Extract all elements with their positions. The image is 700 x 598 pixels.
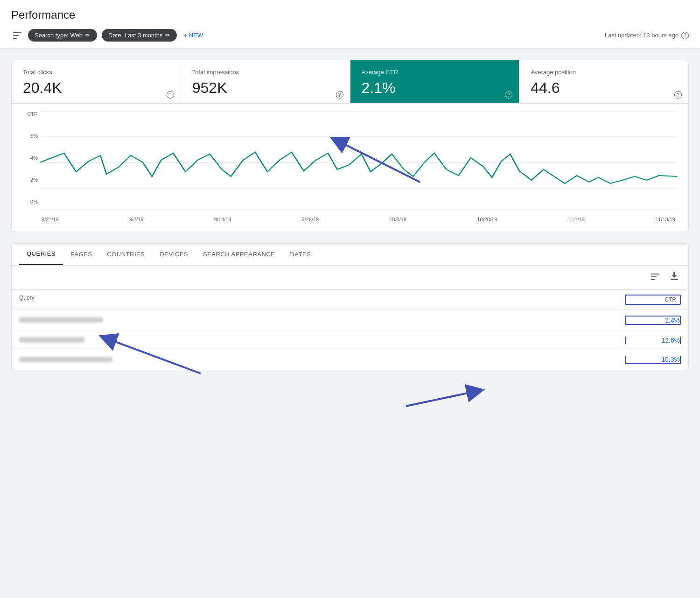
edit-search-type-icon: ✏ xyxy=(85,32,91,39)
row-query-3 xyxy=(19,356,625,364)
table-card: QUERIES PAGES COUNTRIES DEVICES SEARCH A… xyxy=(11,243,689,370)
metric-average-ctr[interactable]: Average CTR 2.1% ? xyxy=(350,60,520,103)
tab-search-appearance[interactable]: SEARCH APPEARANCE xyxy=(196,244,282,265)
row-ctr-1: 2.4% xyxy=(625,316,681,325)
table-header-row: Query CTR xyxy=(12,290,688,310)
search-type-button[interactable]: Search type: Web ✏ xyxy=(28,29,97,42)
x-label-2: 9/14/19 xyxy=(214,217,231,222)
average-ctr-help-icon[interactable]: ? xyxy=(505,91,512,98)
svg-rect-8 xyxy=(651,274,659,274)
chart-y-tick-6: 6% xyxy=(23,133,38,139)
x-label-7: 11/13/19 xyxy=(655,217,675,222)
chart-container: CTR 6% 4% 2% 0% xyxy=(12,104,688,232)
row-query-2 xyxy=(19,337,625,344)
total-impressions-help-icon[interactable]: ? xyxy=(336,91,343,98)
filter-table-button[interactable] xyxy=(648,270,662,285)
blurred-query-3 xyxy=(19,357,112,362)
svg-rect-0 xyxy=(13,32,21,33)
row-query-1 xyxy=(19,317,625,324)
chart-y-tick-0: 0% xyxy=(23,199,38,204)
table-toolbar xyxy=(12,266,688,290)
metric-total-impressions[interactable]: Total impressions 952K ? xyxy=(181,60,350,103)
toolbar: Search type: Web ✏ Date: Last 3 months ✏… xyxy=(11,29,689,42)
chart-x-labels: 8/21/19 9/2/19 9/14/19 9/26/19 10/8/19 1… xyxy=(40,217,677,222)
blurred-query-2 xyxy=(19,337,84,343)
chart-y-label: CTR xyxy=(23,111,38,117)
col-header-query: Query xyxy=(19,295,625,305)
x-label-0: 8/21/19 xyxy=(42,217,59,222)
metrics-chart-card: Total clicks 20.4K ? Total impressions 9… xyxy=(11,60,689,232)
svg-rect-9 xyxy=(651,276,657,277)
download-button[interactable] xyxy=(668,270,681,285)
chart-y-tick-2: 2% xyxy=(23,177,38,183)
average-position-help-icon[interactable]: ? xyxy=(674,91,682,98)
table-row: 10.3% xyxy=(12,350,688,370)
metric-average-position[interactable]: Average position 44.6 ? xyxy=(519,60,688,103)
main-content: Total clicks 20.4K ? Total impressions 9… xyxy=(0,49,700,393)
metric-total-clicks[interactable]: Total clicks 20.4K ? xyxy=(12,60,181,103)
last-updated-help-icon[interactable]: ? xyxy=(681,32,689,39)
new-button[interactable]: + NEW xyxy=(183,32,203,39)
col-header-ctr: CTR xyxy=(625,295,681,305)
x-label-4: 10/8/19 xyxy=(389,217,406,222)
table-row: 2.4% xyxy=(12,310,688,331)
svg-rect-10 xyxy=(651,279,655,280)
tab-queries[interactable]: QUERIES xyxy=(19,244,63,265)
x-label-1: 9/2/19 xyxy=(129,217,144,222)
tabs-row: QUERIES PAGES COUNTRIES DEVICES SEARCH A… xyxy=(12,244,688,266)
blurred-query-1 xyxy=(19,317,103,323)
row-ctr-2: 12.6% xyxy=(625,337,681,344)
table-row: 12.6% xyxy=(12,331,688,350)
filter-icon-button[interactable] xyxy=(11,30,23,41)
tab-devices[interactable]: DEVICES xyxy=(152,244,196,265)
metrics-row: Total clicks 20.4K ? Total impressions 9… xyxy=(12,60,688,104)
x-label-6: 11/1/19 xyxy=(567,217,585,222)
row-ctr-3: 10.3% xyxy=(625,356,681,364)
date-range-button[interactable]: Date: Last 3 months ✏ xyxy=(102,29,177,42)
last-updated: Last updated: 13 hours ago ? xyxy=(605,32,689,39)
svg-rect-11 xyxy=(671,279,678,280)
chart-y-tick-4: 4% xyxy=(23,155,38,161)
page-header: Performance Search type: Web ✏ Date: Las… xyxy=(0,0,700,49)
tab-pages[interactable]: PAGES xyxy=(63,244,99,265)
tab-dates[interactable]: DATES xyxy=(282,244,318,265)
page-title: Performance xyxy=(11,8,689,21)
svg-rect-1 xyxy=(13,35,19,36)
tab-countries[interactable]: COUNTRIES xyxy=(99,244,152,265)
x-label-5: 10/20/19 xyxy=(477,217,497,222)
x-label-3: 9/26/19 xyxy=(302,217,319,222)
total-clicks-help-icon[interactable]: ? xyxy=(167,91,174,98)
svg-rect-2 xyxy=(13,38,17,39)
edit-date-icon: ✏ xyxy=(165,32,170,39)
chart-area xyxy=(40,111,677,214)
